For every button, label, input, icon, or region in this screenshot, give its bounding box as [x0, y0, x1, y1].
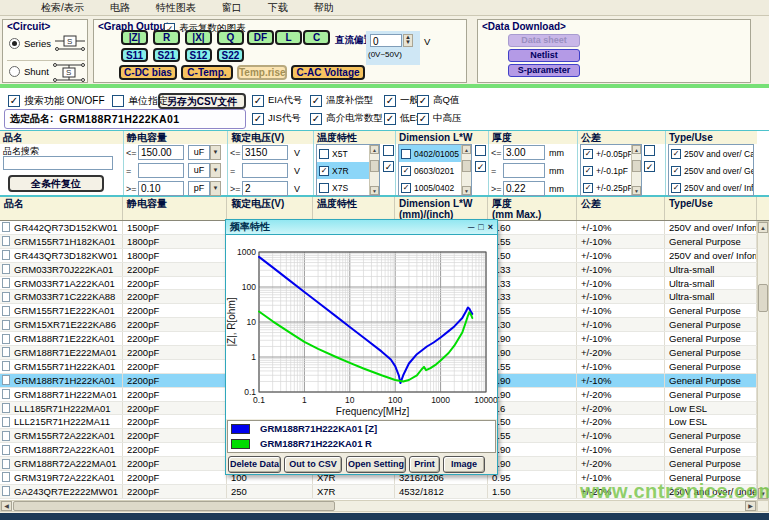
cell-part-name[interactable]: GRM188R72A222KA01 — [0, 443, 123, 456]
cell-part-name[interactable]: GRM188R71E222MA01 — [0, 346, 123, 359]
table-header-cell-0[interactable]: 品名 — [0, 197, 123, 220]
cell-thick[interactable]: 0.33 — [488, 290, 577, 303]
tolerance-item-2[interactable]: ✓+/-0.25pF — [581, 179, 634, 196]
thickness-input-1[interactable] — [503, 163, 545, 178]
tolerance-listbox[interactable]: ✓+/-0.05pF✓+/-0.1pF✓+/-0.25pF▲▼ — [580, 144, 642, 196]
cell-tol[interactable]: +/-10% — [577, 360, 665, 373]
cell-use[interactable]: Ultra-small — [665, 263, 757, 276]
cell-thick[interactable]: 0.90 — [488, 443, 577, 456]
cell-part-name[interactable]: GRM188R71H222MA01 — [0, 388, 123, 401]
type-use-listbox[interactable]: ✓250V and over/ Camera✓250V and over/ Ge… — [668, 144, 754, 196]
table-header-cell-5[interactable]: 厚度 (mm Max.) — [488, 197, 577, 220]
cell-use[interactable]: Ultra-small — [665, 277, 757, 290]
tolerance-scroll-up-icon[interactable]: ▲ — [632, 145, 641, 154]
hscroll-left-arrow-icon[interactable]: ◀ — [1, 501, 12, 511]
param-button-r[interactable]: R — [153, 30, 180, 45]
capacitance-input-1[interactable] — [138, 163, 184, 178]
cell-part-name[interactable]: GRM319R72A222KA01 — [0, 471, 123, 484]
tolerance-check-all-box[interactable]: ✓ — [644, 161, 655, 172]
cell-cap[interactable]: 2200pF — [123, 402, 227, 415]
type-use-item-1[interactable]: ✓250V and over/ General — [669, 162, 754, 179]
param-button-c[interactable]: C — [303, 30, 330, 45]
cell-use[interactable]: General Purpose — [665, 235, 757, 248]
cell-cap[interactable]: 1800pF — [123, 235, 227, 248]
cell-part-name[interactable]: GRM188R71H222KA01 — [0, 374, 123, 387]
cell-use[interactable]: General Purpose — [665, 318, 757, 331]
popup-button-outtocsv[interactable]: Out to CSV — [284, 456, 342, 473]
cell-tol[interactable]: +/-10% — [577, 304, 665, 317]
cell-thick[interactable]: 0.30 — [488, 318, 577, 331]
cell-cap[interactable]: 1800pF — [123, 249, 227, 262]
maximize-icon[interactable]: □ — [478, 223, 483, 232]
type-check-r1-0[interactable]: ✓EIA代号 — [252, 94, 302, 107]
tolerance-item-0[interactable]: ✓+/-0.05pF — [581, 145, 634, 162]
cell-thick[interactable]: 0.6 — [488, 402, 577, 415]
cell-thick[interactable]: 0.60 — [488, 221, 577, 234]
cell-part-name[interactable]: GRM155R72A222KA01 — [0, 429, 123, 442]
table-header-cell-2[interactable]: 额定电压(V) — [227, 197, 313, 220]
cell-use[interactable]: Low ESL — [665, 415, 757, 428]
type-check-r1-2[interactable]: ✓一般 — [384, 94, 419, 107]
cell-tol[interactable]: +/-10% — [577, 443, 665, 456]
cell-tol[interactable]: +/-20% — [577, 457, 665, 470]
dimension-check-all-box[interactable]: ✓ — [475, 161, 486, 172]
temp-char-item-box-2[interactable] — [319, 183, 329, 193]
cell-part-name[interactable]: GRM033R70J222KA01 — [0, 263, 123, 276]
cell-cap[interactable]: 1500pF — [123, 221, 227, 234]
type-check-r1-2-box[interactable]: ✓ — [384, 95, 396, 107]
capacitance-input-2[interactable]: 0.10 — [138, 181, 184, 196]
menu-item-5[interactable]: 帮助 — [301, 0, 347, 16]
cell-thick[interactable]: 0.90 — [488, 388, 577, 401]
cell-part-name[interactable]: LLL185R71H222MA01 — [0, 402, 123, 415]
close-icon[interactable]: × — [488, 223, 493, 232]
param-button-x[interactable]: |X| — [185, 30, 212, 45]
popup-button-image[interactable]: Image — [443, 456, 485, 473]
type-check-r2-2-box[interactable]: ✓ — [384, 113, 396, 125]
thickness-input-2[interactable]: 0.22 — [503, 181, 545, 196]
option-check-0[interactable]: ✓搜索功能 ON/OFF — [8, 94, 105, 108]
popup-title-bar[interactable]: 频率特性 ─□× — [226, 220, 497, 235]
temp-char-uncheck-all-box[interactable] — [383, 145, 394, 156]
dimension-scroll-down-icon[interactable]: ▼ — [462, 186, 471, 195]
cell-temp[interactable]: X7R — [313, 485, 395, 498]
cell-use[interactable]: Low ESL — [665, 402, 757, 415]
cell-tol[interactable]: +/-10% — [577, 290, 665, 303]
minimize-icon[interactable]: ─ — [468, 223, 474, 232]
char-button-cdcbias[interactable]: C-DC bias — [119, 65, 177, 80]
thickness-input-0[interactable]: 3.00 — [503, 145, 545, 160]
cell-tol[interactable]: +/-10% — [577, 221, 665, 234]
type-check-r2-1[interactable]: ✓高介电常数型 — [310, 112, 383, 125]
type-use-item-box-0[interactable]: ✓ — [671, 149, 681, 159]
type-check-r2-3[interactable]: ✓中高压 — [417, 112, 462, 125]
capacitance-unit-0[interactable]: uF — [188, 145, 210, 160]
cell-use[interactable]: General Purpose — [665, 443, 757, 456]
cell-cap[interactable]: 2200pF — [123, 304, 227, 317]
popup-button-opensetting[interactable]: Open Setting — [346, 456, 406, 473]
download-sparameter-button[interactable]: S-parameter — [508, 64, 580, 77]
cell-part-name[interactable]: GRM15XR71E222KA86 — [0, 318, 123, 331]
cell-cap[interactable]: 2200pF — [123, 429, 227, 442]
popup-button-print[interactable]: Print — [409, 456, 440, 473]
hscroll-thumb[interactable] — [13, 501, 335, 511]
temp-char-item-2[interactable]: X7S — [317, 179, 372, 196]
type-check-r2-0[interactable]: ✓JIS代号 — [252, 112, 301, 125]
cell-use[interactable]: General Purpose — [665, 388, 757, 401]
temp-char-item-0[interactable]: X5T — [317, 145, 372, 162]
capacitance-unit-dropdown-icon-2[interactable]: ▼ — [210, 181, 221, 196]
cell-part-name[interactable]: GRM033R71A222KA01 — [0, 277, 123, 290]
param-button-df[interactable]: DF — [247, 30, 274, 45]
radio-shunt[interactable]: Shunt — [9, 66, 49, 77]
table-header-cell-1[interactable]: 静电容量 — [123, 197, 227, 220]
menu-item-2[interactable]: 特性图表 — [143, 0, 209, 16]
dimension-scroll-thumb[interactable] — [462, 160, 471, 172]
type-check-r2-3-box[interactable]: ✓ — [417, 113, 429, 125]
dimension-item-1[interactable]: ✓0603/0201 — [399, 162, 464, 179]
capacitance-unit-dropdown-icon-1[interactable]: ▼ — [210, 163, 221, 178]
cell-tol[interactable]: +/-20% — [577, 388, 665, 401]
cell-dim[interactable]: 4532/1812 — [395, 485, 488, 498]
table-header-cell-6[interactable]: 公差 — [577, 197, 665, 220]
menu-item-4[interactable]: 下载 — [255, 0, 301, 16]
temp-char-scroll-thumb[interactable] — [370, 160, 379, 172]
type-check-r2-1-box[interactable]: ✓ — [310, 113, 322, 125]
capacitance-unit-dropdown-icon-0[interactable]: ▼ — [210, 145, 221, 160]
